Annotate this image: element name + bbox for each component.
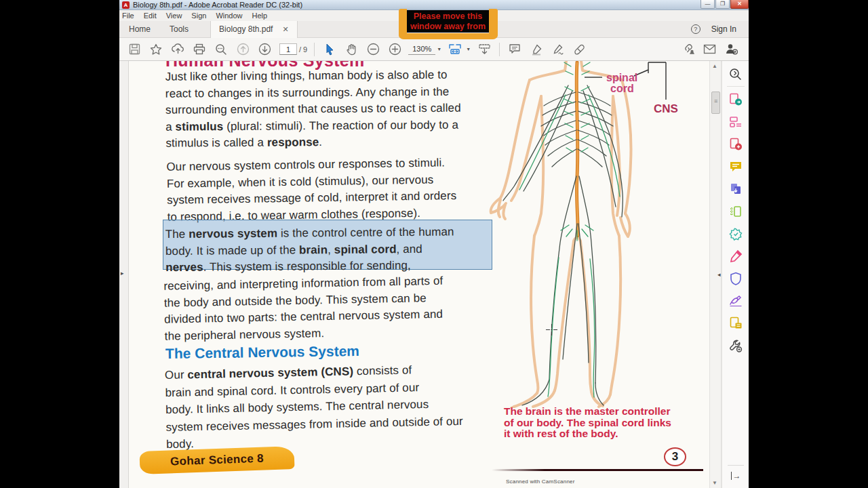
star-icon[interactable] bbox=[149, 42, 163, 57]
window-controls: — ❐ ✕ bbox=[700, 0, 749, 9]
sign-in-link[interactable]: Sign In bbox=[711, 24, 736, 34]
book-paragraph-3-rest: receiving, and interpreting information … bbox=[163, 272, 494, 344]
comment-icon[interactable] bbox=[507, 42, 522, 57]
zoom-level-input[interactable]: 130% bbox=[408, 43, 435, 55]
crosshair-cursor bbox=[546, 324, 557, 336]
spinal-cord-label-line1: spinal bbox=[606, 72, 637, 83]
acrobat-window: A Biology 8th.pdf - Adobe Acrobat Reader… bbox=[119, 0, 749, 488]
panel-search-icon[interactable] bbox=[728, 66, 743, 81]
spinal-cord-label-line2: cord bbox=[610, 83, 634, 94]
panel-more-tools-icon[interactable] bbox=[728, 338, 743, 353]
book-footer-banner: Gohar Science 8 bbox=[139, 446, 294, 474]
minimize-button[interactable]: — bbox=[701, 0, 715, 9]
tab-document-label: Biology 8th.pdf bbox=[219, 24, 273, 34]
share-cloud-icon[interactable] bbox=[170, 42, 185, 57]
book-paragraph-1: Just like other living things, human bod… bbox=[165, 66, 492, 152]
panel-export-pdf-icon[interactable] bbox=[728, 92, 743, 107]
scrollbar-thumb[interactable] bbox=[711, 92, 720, 114]
book-paragraph-4: Our central nervous system (CNS) consist… bbox=[165, 360, 496, 453]
panel-organize-pages-icon[interactable] bbox=[728, 115, 743, 129]
fit-caret-icon[interactable]: ▼ bbox=[466, 47, 471, 52]
fit-width-icon[interactable] bbox=[448, 42, 462, 57]
highlight-icon[interactable] bbox=[529, 42, 544, 57]
menu-edit[interactable]: Edit bbox=[139, 12, 161, 20]
navigation-pane-collapsed[interactable]: ▸ bbox=[119, 61, 129, 488]
restore-button[interactable]: ❐ bbox=[715, 0, 730, 9]
diagram-caption: The brain is the master controllerof our… bbox=[504, 406, 671, 440]
tab-close-icon[interactable]: ✕ bbox=[282, 25, 288, 34]
page-number-input[interactable]: 1 bbox=[279, 43, 297, 55]
document-area: ▸ Human Nervous System Just like other l… bbox=[119, 61, 749, 488]
zoom-out-icon[interactable] bbox=[366, 42, 380, 57]
help-icon[interactable]: ? bbox=[691, 24, 701, 34]
page-previous-icon[interactable] bbox=[235, 42, 250, 57]
overlay-text-line2: window away from bbox=[410, 22, 486, 32]
edit-pdf-icon[interactable] bbox=[572, 42, 587, 57]
cns-label: CNS bbox=[654, 102, 678, 115]
overlay-text-line1: Please move this bbox=[414, 12, 482, 22]
book-heading-cns: The Central Nervous System bbox=[165, 343, 359, 362]
camscanner-watermark: Scanned with CamScanner bbox=[506, 479, 575, 485]
expand-nav-arrow-icon[interactable]: ▸ bbox=[121, 270, 124, 277]
close-button[interactable]: ✕ bbox=[730, 0, 749, 9]
sign-in-person-icon[interactable] bbox=[724, 42, 738, 57]
page-next-icon[interactable] bbox=[257, 42, 272, 57]
tab-tools[interactable]: Tools bbox=[160, 21, 198, 38]
nervous-system-diagram: spinal cord CNS bbox=[487, 61, 709, 408]
zoom-caret-icon[interactable]: ▼ bbox=[437, 47, 441, 52]
page-count-label: / 9 bbox=[299, 45, 307, 54]
book-paragraph-3-selected: The nervous system is the control centre… bbox=[165, 224, 496, 277]
panel-fill-sign-icon[interactable] bbox=[728, 249, 743, 264]
panel-convert-pdf-icon[interactable] bbox=[728, 226, 743, 241]
book-page-number: 3 bbox=[664, 447, 686, 466]
book-paragraph-2: Our nervous system controls our response… bbox=[166, 154, 492, 226]
fill-sign-icon[interactable] bbox=[551, 42, 566, 57]
page-bottom-rule bbox=[492, 469, 703, 471]
save-icon[interactable] bbox=[127, 42, 142, 57]
menu-sign[interactable]: Sign bbox=[186, 12, 211, 20]
screen: A Biology 8th.pdf - Adobe Acrobat Reader… bbox=[0, 0, 868, 488]
print-icon[interactable] bbox=[192, 42, 207, 57]
window-title: Biology 8th.pdf - Adobe Acrobat Reader D… bbox=[133, 1, 302, 9]
zoom-in-icon[interactable] bbox=[387, 42, 402, 57]
panel-combine-files-icon[interactable] bbox=[728, 182, 743, 197]
expand-panel-icon[interactable]: → bbox=[731, 472, 741, 480]
collapse-panel-arrow-icon[interactable]: ◂ bbox=[717, 271, 721, 278]
tab-document[interactable]: Biology 8th.pdf ✕ bbox=[210, 21, 298, 38]
pdf-page[interactable]: Human Nervous System Just like other liv… bbox=[129, 61, 709, 488]
menu-file[interactable]: File bbox=[119, 12, 139, 20]
screen-message-overlay: Please move this window away from bbox=[399, 9, 498, 39]
email-icon[interactable] bbox=[702, 42, 717, 57]
hand-tool-icon[interactable] bbox=[344, 42, 359, 57]
share-link-icon[interactable] bbox=[680, 42, 695, 57]
read-mode-icon[interactable] bbox=[477, 42, 492, 57]
menu-help[interactable]: Help bbox=[248, 12, 273, 20]
panel-stamp-icon[interactable] bbox=[728, 316, 743, 331]
panel-certificates-icon[interactable] bbox=[728, 293, 743, 308]
tools-panel: ◂ → bbox=[722, 61, 749, 488]
scroll-down-icon[interactable]: ▼ bbox=[712, 480, 717, 486]
menu-view[interactable]: View bbox=[161, 12, 187, 20]
tab-home[interactable]: Home bbox=[119, 21, 160, 38]
panel-create-pdf-icon[interactable] bbox=[728, 137, 743, 152]
acrobat-icon: A bbox=[122, 1, 130, 9]
panel-protect-icon[interactable] bbox=[728, 271, 743, 286]
search-icon[interactable] bbox=[214, 42, 229, 57]
panel-compress-pdf-icon[interactable] bbox=[728, 204, 743, 219]
menu-window[interactable]: Window bbox=[211, 12, 247, 20]
select-tool-icon[interactable] bbox=[322, 42, 337, 57]
scroll-up-icon[interactable]: ▲ bbox=[712, 63, 717, 69]
main-toolbar: 1 / 9 130% ▼ ▼ bbox=[119, 38, 749, 61]
panel-comment-icon[interactable] bbox=[728, 159, 743, 174]
